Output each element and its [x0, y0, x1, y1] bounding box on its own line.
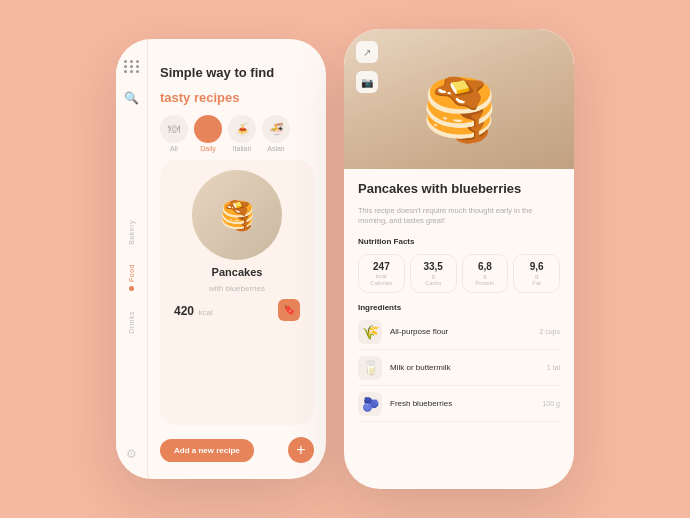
- right-recipe-desc: This recipe doesn't require much thought…: [358, 206, 560, 227]
- cat-daily-label: Daily: [200, 145, 216, 152]
- ingredient-blueberries-amount: 100 g: [542, 400, 560, 407]
- cat-italian-icon: 🍝: [228, 115, 256, 143]
- cat-daily-icon: ☀: [194, 115, 222, 143]
- ingredient-flour: 🌾 All-purpose flour 2 cups: [358, 320, 560, 350]
- nutrition-protein: 6,8 g Protein: [462, 254, 509, 293]
- sidebar-label-drinks: Drinks: [128, 311, 135, 334]
- recipe-name: Pancakes: [212, 266, 263, 278]
- cat-all-icon: 🍽: [160, 115, 188, 143]
- cat-daily[interactable]: ☀ Daily: [194, 115, 222, 152]
- ingredients-label: Ingredients: [358, 303, 560, 312]
- nutrition-carbo-label: Carbo: [425, 280, 441, 286]
- right-phone: ↗ 📷 🥞 Pancakes with blueberries This rec…: [344, 29, 574, 489]
- nutrition-protein-label: Protein: [475, 280, 494, 286]
- right-recipe-title: Pancakes with blueberries: [358, 181, 560, 198]
- calories-value: 420 kcal: [174, 301, 213, 319]
- add-recipe-button[interactable]: Add a new recipe: [160, 439, 254, 462]
- main-title: Simple way to find: [160, 65, 314, 82]
- nutrition-calories-value: 247: [373, 261, 390, 272]
- sidebar-section-drinks[interactable]: Drinks: [128, 311, 135, 334]
- sidebar-section-food[interactable]: Food: [128, 264, 135, 291]
- right-top-icons: ↗ 📷: [356, 41, 378, 93]
- nutrition-protein-value: 6,8: [478, 261, 492, 272]
- sidebar-label-food: Food: [128, 264, 135, 282]
- right-content: Pancakes with blueberries This recipe do…: [344, 169, 574, 489]
- ingredient-flour-amount: 2 cups: [539, 328, 560, 335]
- ingredient-milk-icon: 🥛: [358, 356, 382, 380]
- nutrition-label: Nutrition Facts: [358, 237, 560, 246]
- ingredient-milk-name: Milk or buttermilk: [390, 363, 539, 372]
- nutrition-grid: 247 kcal Calories 33,5 g Carbo 6,8 g Pro…: [358, 254, 560, 293]
- recipe-card: 🥞 Pancakes with blueberries 420 kcal 🔖: [160, 160, 314, 425]
- sidebar-section-bakery[interactable]: Bakery: [128, 220, 135, 245]
- nutrition-calories-unit: kcal: [376, 273, 387, 279]
- ingredient-milk-amount: 1 tal: [547, 364, 560, 371]
- grid-icon[interactable]: [123, 57, 141, 75]
- nutrition-fat-unit: g: [535, 273, 538, 279]
- nutrition-calories-label: Calories: [370, 280, 392, 286]
- right-hero: ↗ 📷 🥞: [344, 29, 574, 169]
- cat-all[interactable]: 🍽 All: [160, 115, 188, 152]
- recipe-image: 🥞: [192, 170, 282, 260]
- cat-all-label: All: [170, 145, 178, 152]
- nutrition-protein-unit: g: [483, 273, 486, 279]
- calories-number: 420: [174, 304, 194, 318]
- left-phone: 🔍 Bakery Food Drinks ⚙ Simple way to fin…: [116, 39, 326, 479]
- cat-italian-label: Italian: [233, 145, 252, 152]
- calories-unit: kcal: [198, 308, 212, 317]
- ingredient-milk: 🥛 Milk or buttermilk 1 tal: [358, 356, 560, 386]
- ingredient-blueberries: 🫐 Fresh blueberries 100 g: [358, 392, 560, 422]
- search-icon[interactable]: 🔍: [123, 89, 141, 107]
- hero-food: 🥞: [422, 74, 497, 145]
- nutrition-carbo-value: 33,5: [423, 261, 442, 272]
- ingredients-list: 🌾 All-purpose flour 2 cups 🥛 Milk or but…: [358, 320, 560, 422]
- sidebar-sections: Bakery Food Drinks: [128, 121, 135, 433]
- ingredient-blueberries-name: Fresh blueberries: [390, 399, 534, 408]
- nutrition-calories: 247 kcal Calories: [358, 254, 405, 293]
- bookmark-button[interactable]: 🔖: [278, 299, 300, 321]
- nutrition-fat-label: Fat: [532, 280, 541, 286]
- categories-row: 🍽 All ☀ Daily 🍝 Italian 🍜 Asian: [160, 115, 314, 152]
- sidebar-active-dot: [129, 286, 134, 291]
- cat-asian-label: Asian: [267, 145, 285, 152]
- nutrition-fat-value: 9,6: [530, 261, 544, 272]
- cat-asian-icon: 🍜: [262, 115, 290, 143]
- plus-button[interactable]: +: [288, 437, 314, 463]
- left-sidebar: 🔍 Bakery Food Drinks ⚙: [116, 39, 148, 479]
- left-phone-main: Simple way to find tasty recipes 🍽 All ☀…: [148, 39, 326, 479]
- camera-icon[interactable]: 📷: [356, 71, 378, 93]
- nutrition-carbo: 33,5 g Carbo: [410, 254, 457, 293]
- recipe-sub: with blueberries: [209, 284, 265, 293]
- main-subtitle: tasty recipes: [160, 90, 314, 105]
- add-recipe-row: Add a new recipe +: [160, 437, 314, 463]
- ingredient-blueberries-icon: 🫐: [358, 392, 382, 416]
- filter-icon[interactable]: ⚙: [126, 447, 137, 461]
- calories-row: 420 kcal 🔖: [170, 299, 304, 321]
- share-icon[interactable]: ↗: [356, 41, 378, 63]
- phones-container: 🔍 Bakery Food Drinks ⚙ Simple way to fin…: [116, 29, 574, 489]
- nutrition-carbo-unit: g: [431, 273, 434, 279]
- cat-asian[interactable]: 🍜 Asian: [262, 115, 290, 152]
- food-visual: 🥞: [220, 198, 255, 231]
- nutrition-fat: 9,6 g Fat: [513, 254, 560, 293]
- ingredient-flour-icon: 🌾: [358, 320, 382, 344]
- cat-italian[interactable]: 🍝 Italian: [228, 115, 256, 152]
- sidebar-label-bakery: Bakery: [128, 220, 135, 245]
- ingredient-flour-name: All-purpose flour: [390, 327, 531, 336]
